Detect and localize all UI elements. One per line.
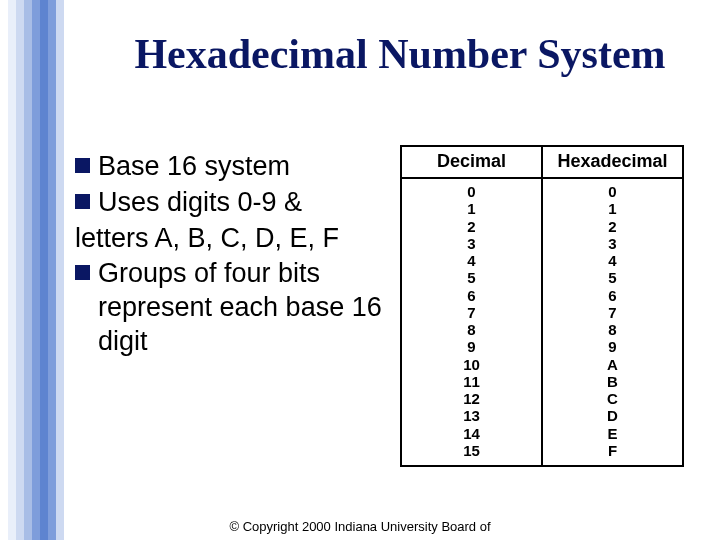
table-cell: 10 xyxy=(402,356,541,373)
square-bullet-icon xyxy=(75,265,90,280)
bullet-text: Groups of four bits represent each base … xyxy=(98,257,385,358)
table-cell: D xyxy=(543,407,682,424)
table-cell: 2 xyxy=(402,218,541,235)
bullet-list: Base 16 system Uses digits 0-9 & letters… xyxy=(75,150,385,361)
table-cell: F xyxy=(543,442,682,459)
bullet-text: Base 16 system xyxy=(98,150,290,184)
table-cell: 9 xyxy=(402,338,541,355)
table-cell: 11 xyxy=(402,373,541,390)
table-header-row: Decimal Hexadecimal xyxy=(402,147,682,179)
table-cell: B xyxy=(543,373,682,390)
square-bullet-icon xyxy=(75,194,90,209)
table-cell: 1 xyxy=(543,200,682,217)
table-cell: 8 xyxy=(543,321,682,338)
column-header-decimal: Decimal xyxy=(402,147,543,177)
table-cell: 12 xyxy=(402,390,541,407)
table-cell: 8 xyxy=(402,321,541,338)
table-cell: A xyxy=(543,356,682,373)
list-item: Uses digits 0-9 & xyxy=(75,186,385,220)
table-cell: 3 xyxy=(543,235,682,252)
bullet-text: Uses digits 0-9 & xyxy=(98,186,302,220)
table-cell: 0 xyxy=(543,183,682,200)
table-cell: E xyxy=(543,425,682,442)
table-cell: 4 xyxy=(543,252,682,269)
table-cell: 5 xyxy=(543,269,682,286)
bullet-continuation: letters A, B, C, D, E, F xyxy=(75,222,385,256)
table-cell: 4 xyxy=(402,252,541,269)
list-item: Base 16 system xyxy=(75,150,385,184)
decimal-column: 0123456789101112131415 xyxy=(402,179,543,465)
table-cell: 15 xyxy=(402,442,541,459)
slide-title: Hexadecimal Number System xyxy=(110,30,690,78)
table-cell: 6 xyxy=(402,287,541,304)
table-cell: 2 xyxy=(543,218,682,235)
table-cell: 7 xyxy=(402,304,541,321)
table-cell: 0 xyxy=(402,183,541,200)
table-body: 0123456789101112131415 0123456789ABCDEF xyxy=(402,179,682,465)
table-cell: 13 xyxy=(402,407,541,424)
table-cell: 6 xyxy=(543,287,682,304)
table-cell: C xyxy=(543,390,682,407)
square-bullet-icon xyxy=(75,158,90,173)
table-cell: 1 xyxy=(402,200,541,217)
column-header-hexadecimal: Hexadecimal xyxy=(543,147,682,177)
conversion-table: Decimal Hexadecimal 01234567891011121314… xyxy=(400,145,684,467)
table-cell: 5 xyxy=(402,269,541,286)
table-cell: 7 xyxy=(543,304,682,321)
hex-column: 0123456789ABCDEF xyxy=(543,179,682,465)
table-cell: 9 xyxy=(543,338,682,355)
copyright-footer: © Copyright 2000 Indiana University Boar… xyxy=(0,519,720,534)
table-cell: 14 xyxy=(402,425,541,442)
list-item: Groups of four bits represent each base … xyxy=(75,257,385,358)
table-cell: 3 xyxy=(402,235,541,252)
